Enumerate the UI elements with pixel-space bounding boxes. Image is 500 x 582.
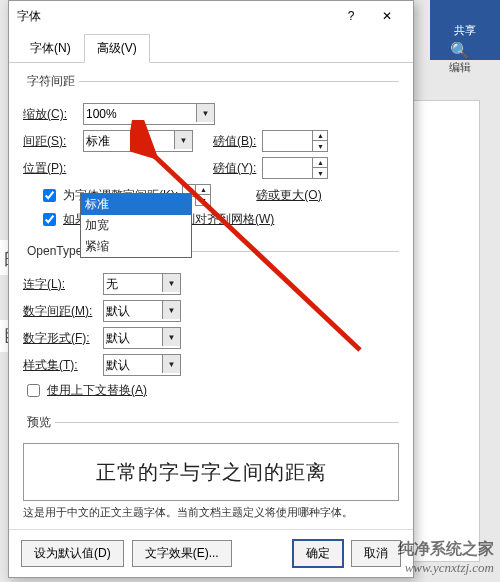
contextual-label: 使用上下文替换(A): [47, 382, 147, 399]
scale-label: 缩放(C):: [23, 106, 77, 123]
help-icon: ?: [348, 9, 355, 23]
dialog-tabs: 字体(N) 高级(V): [9, 33, 413, 63]
preview-sample: 正常的字与字之间的距离: [96, 459, 327, 486]
ok-label: 确定: [306, 546, 330, 560]
spacing-option-condensed[interactable]: 紧缩: [81, 236, 191, 257]
contextual-checkbox[interactable]: [27, 384, 40, 397]
by-y-input[interactable]: [262, 157, 312, 179]
preview-box: 正常的字与字之间的距离: [23, 443, 399, 501]
spacing-combobox[interactable]: [83, 130, 193, 152]
editing-group[interactable]: 🔍 编辑: [440, 28, 480, 88]
by-y-label: 磅值(Y):: [213, 160, 256, 177]
ligatures-label: 连字(L):: [23, 276, 97, 293]
close-icon: ✕: [382, 9, 392, 23]
find-icon: 🔍: [450, 41, 470, 60]
set-default-button[interactable]: 设为默认值(D): [21, 540, 124, 567]
spin-down-icon[interactable]: ▼: [196, 195, 210, 205]
spin-down-icon[interactable]: ▼: [313, 141, 327, 151]
stylistic-combobox[interactable]: [103, 354, 181, 376]
char-spacing-legend: 字符间距: [23, 73, 79, 90]
stylistic-label: 样式集(T):: [23, 357, 97, 374]
preview-description: 这是用于中文的正文主题字体。当前文档主题定义将使用哪种字体。: [23, 505, 399, 520]
spacing-option-expanded[interactable]: 加宽: [81, 215, 191, 236]
spacing-label: 间距(S):: [23, 133, 77, 150]
close-button[interactable]: ✕: [369, 2, 405, 30]
cancel-button[interactable]: 取消: [351, 540, 401, 567]
spin-up-icon[interactable]: ▲: [313, 131, 327, 141]
dialog-title: 字体: [17, 8, 333, 25]
text-effects-button[interactable]: 文字效果(E)...: [132, 540, 232, 567]
tab-font-label: 字体(N): [30, 41, 71, 55]
by-y-spinner[interactable]: ▲▼: [262, 157, 332, 179]
help-button[interactable]: ?: [333, 2, 369, 30]
by-b-input[interactable]: [262, 130, 312, 152]
tab-font[interactable]: 字体(N): [17, 34, 84, 63]
ligatures-combobox[interactable]: [103, 273, 181, 295]
tab-advanced-label: 高级(V): [97, 41, 137, 55]
by-b-spinner[interactable]: ▲▼: [262, 130, 332, 152]
spin-up-icon[interactable]: ▲: [196, 185, 210, 195]
spin-down-icon[interactable]: ▼: [313, 168, 327, 178]
dialog-footer: 设为默认值(D) 文字效果(E)... 确定 取消: [9, 529, 413, 577]
snap-to-grid-checkbox[interactable]: [43, 213, 56, 226]
kerning-unit-label: 磅或更大(O): [256, 187, 321, 204]
kerning-checkbox[interactable]: [43, 189, 56, 202]
font-dialog: 字体 ? ✕ 字体(N) 高级(V) 字符间距 缩放(C): ▼ 间距(S): …: [8, 0, 414, 578]
opentype-section: OpenType 功能 连字(L): ▼ 数字间距(M): ▼ 数字形式(F):…: [23, 243, 399, 406]
ok-button[interactable]: 确定: [293, 540, 343, 567]
numspacing-combobox[interactable]: [103, 300, 181, 322]
numform-combobox[interactable]: [103, 327, 181, 349]
numspacing-label: 数字间距(M):: [23, 303, 97, 320]
dialog-body: 字符间距 缩放(C): ▼ 间距(S): ▼ 磅值(B): ▲▼: [9, 63, 413, 529]
cancel-label: 取消: [364, 546, 388, 560]
watermark-url: www.ycnxtzj.com: [405, 560, 494, 576]
tab-advanced[interactable]: 高级(V): [84, 34, 150, 63]
spin-up-icon[interactable]: ▲: [313, 158, 327, 168]
spacing-dropdown-list: 标准 加宽 紧缩: [80, 193, 192, 258]
editing-group-label: 编辑: [449, 60, 471, 75]
preview-legend: 预览: [23, 414, 55, 431]
position-label: 位置(P):: [23, 160, 77, 177]
numform-label: 数字形式(F):: [23, 330, 97, 347]
preview-section: 预览 正常的字与字之间的距离 这是用于中文的正文主题字体。当前文档主题定义将使用…: [23, 414, 399, 522]
text-effects-label: 文字效果(E)...: [145, 546, 219, 560]
spacing-option-standard[interactable]: 标准: [81, 194, 191, 215]
set-default-label: 设为默认值(D): [34, 546, 111, 560]
watermark-title: 纯净系统之家: [398, 539, 494, 560]
scale-combobox[interactable]: [83, 103, 215, 125]
dialog-titlebar: 字体 ? ✕: [9, 1, 413, 31]
kerning-spinner[interactable]: ▲▼: [182, 184, 252, 206]
by-b-label: 磅值(B):: [213, 133, 256, 150]
